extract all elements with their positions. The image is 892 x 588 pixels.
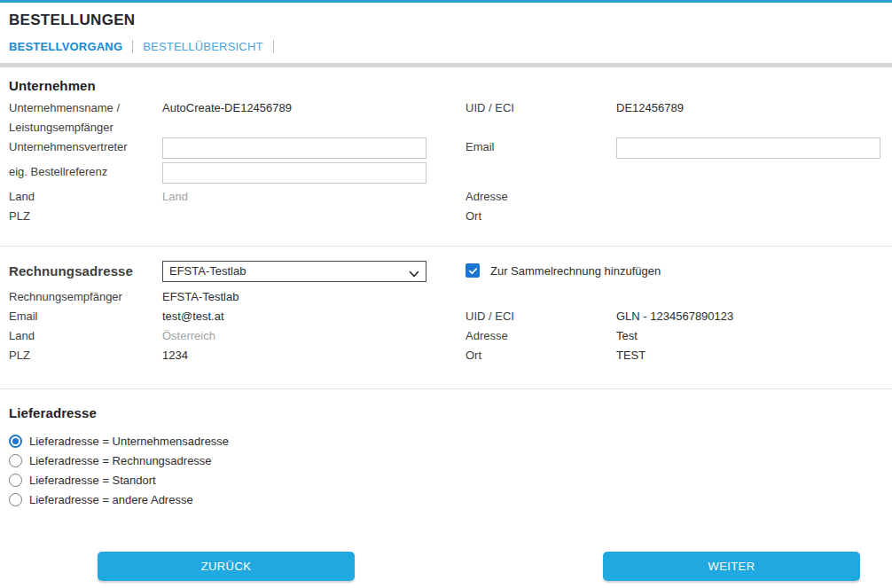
rechnung-uid-label: UID / ECI — [466, 307, 616, 326]
radio-button[interactable] — [9, 474, 22, 487]
section-rechnungsadresse: Rechnungsadresse EFSTA-Testlab Zur Samme… — [0, 261, 892, 388]
radio-button[interactable] — [9, 493, 22, 506]
sammelrechnung-label: Zur Sammelrechnung hinzufügen — [490, 261, 661, 282]
rechnung-plz-value: 1234 — [160, 346, 466, 365]
page-title: BESTELLUNGEN — [9, 12, 883, 29]
rechnungsempfaenger-value: EFSTA-Testlab — [160, 287, 466, 307]
checkmark-icon — [468, 266, 478, 276]
section-title-lieferadresse: Lieferadresse — [9, 405, 880, 420]
unternehmensname-value: AutoCreate-DE12456789 — [160, 98, 466, 118]
rechnung-adresse-value: Test — [616, 326, 880, 346]
bestellreferenz-label: eig. Bestellreferenz — [9, 162, 160, 182]
radio-label: Lieferadresse = andere Adresse — [29, 493, 193, 506]
section-title-unternehmen: Unternehmen — [9, 78, 880, 93]
unternehmensname-label: Unternehmensname / Leistungsempfänger — [9, 98, 160, 137]
plz-label: PLZ — [9, 207, 160, 226]
rechnung-uid-value: GLN - 1234567890123 — [616, 307, 880, 326]
header-divider-bar — [0, 63, 892, 67]
rechnungsempfaenger-label: Rechnungsempfänger — [9, 287, 160, 307]
rechnung-land-value: Österreich — [160, 326, 466, 346]
land-value: Land — [160, 187, 466, 207]
land-label: Land — [9, 187, 160, 207]
radio-label: Lieferadresse = Unternehmensadresse — [29, 435, 229, 448]
rechnung-land-label: Land — [9, 326, 160, 346]
radio-label: Lieferadresse = Rechnungsadresse — [29, 454, 212, 467]
ort-label: Ort — [466, 207, 616, 226]
tab-separator — [273, 40, 274, 53]
radio-button[interactable] — [9, 435, 22, 448]
tab-bestellvorgang[interactable]: BESTELLVORGANG — [9, 40, 122, 53]
tab-bestelluebersicht[interactable]: BESTELLÜBERSICHT — [143, 40, 262, 53]
rechnung-plz-label: PLZ — [9, 346, 160, 365]
rechnung-ort-label: Ort — [466, 346, 616, 365]
uid-eci-label: UID / ECI — [466, 98, 616, 118]
rechnungsadresse-select-value: EFSTA-Testlab — [169, 262, 246, 281]
radio-label: Lieferadresse = Standort — [29, 474, 156, 487]
rechnung-adresse-label: Adresse — [466, 326, 616, 346]
unternehmensvertreter-label: Unternehmensvertreter — [9, 137, 160, 157]
email-input[interactable] — [616, 137, 880, 159]
section-lieferadresse: Lieferadresse Lieferadresse = Unternehme… — [0, 405, 892, 509]
uid-eci-value: DE12456789 — [616, 98, 880, 118]
tab-separator — [132, 40, 133, 53]
section-divider — [0, 246, 892, 247]
rechnung-email-label: Email — [9, 307, 160, 326]
rechnungsadresse-select[interactable]: EFSTA-Testlab — [162, 261, 426, 282]
radio-button[interactable] — [9, 454, 22, 467]
lieferadresse-option-standort[interactable]: Lieferadresse = Standort — [9, 470, 880, 490]
section-divider — [0, 388, 892, 389]
rechnung-email-value: test@test.at — [160, 307, 466, 326]
weiter-button[interactable]: WEITER — [603, 552, 860, 581]
zurueck-button[interactable]: ZURÜCK — [98, 552, 355, 581]
lieferadresse-option-rechnungsadresse[interactable]: Lieferadresse = Rechnungsadresse — [9, 451, 880, 470]
tab-bar: BESTELLVORGANG BESTELLÜBERSICHT — [9, 37, 883, 55]
chevron-down-icon — [409, 266, 419, 277]
section-unternehmen: Unternehmen Unternehmensname / Leistungs… — [0, 78, 892, 246]
lieferadresse-option-andere-adresse[interactable]: Lieferadresse = andere Adresse — [9, 490, 880, 509]
lieferadresse-option-unternehmensadresse[interactable]: Lieferadresse = Unternehmensadresse — [9, 431, 880, 451]
rechnung-ort-value: TEST — [616, 346, 880, 365]
unternehmensvertreter-input[interactable] — [162, 137, 426, 159]
sammelrechnung-checkbox[interactable] — [466, 263, 480, 278]
section-title-rechnungsadresse: Rechnungsadresse — [9, 261, 160, 282]
page-header: BESTELLUNGEN BESTELLVORGANG BESTELLÜBERS… — [0, 3, 892, 55]
email-label: Email — [466, 137, 616, 157]
adresse-label: Adresse — [466, 187, 616, 207]
bestellreferenz-input[interactable] — [162, 162, 426, 184]
